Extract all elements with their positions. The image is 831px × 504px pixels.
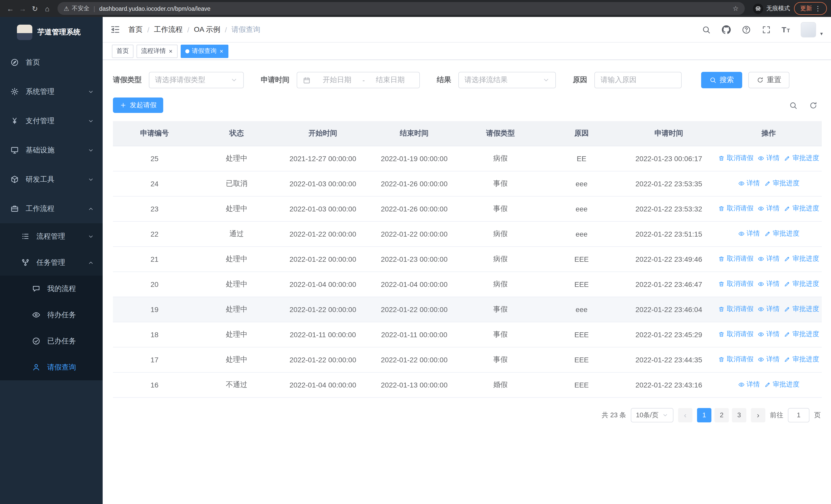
progress-link[interactable]: 审批进度	[784, 279, 819, 289]
url-text[interactable]: dashboard.yudao.iocoder.cn/bpm/oa/leave	[99, 5, 211, 11]
menu-fold-icon[interactable]	[110, 25, 120, 34]
column-header: 状态	[196, 121, 277, 146]
github-icon[interactable]	[721, 25, 730, 34]
action-label: 审批进度	[793, 154, 819, 163]
chevron-down-icon	[88, 118, 94, 124]
detail-link[interactable]: 详情	[738, 179, 760, 188]
cancel-link[interactable]: 取消请假	[718, 204, 753, 213]
progress-link[interactable]: 审批进度	[764, 179, 799, 188]
sidebar-item-devtools[interactable]: 研发工具	[0, 165, 103, 194]
apply-time-range-picker[interactable]: 开始日期 - 结束日期	[297, 72, 420, 88]
create-leave-button[interactable]: 发起请假	[113, 97, 163, 113]
cancel-link[interactable]: 取消请假	[718, 355, 753, 364]
browser-forward-icon[interactable]: →	[17, 2, 29, 14]
browser-home-icon[interactable]: ⌂	[41, 2, 53, 14]
active-tab-dot	[185, 49, 190, 53]
cell-reason: eee	[541, 221, 622, 246]
progress-link[interactable]: 审批进度	[784, 355, 819, 364]
cell-status: 通过	[196, 221, 277, 246]
leave-type-select[interactable]: 请选择请假类型	[149, 72, 244, 88]
fullscreen-icon[interactable]	[762, 25, 771, 34]
cell-end: 2022-01-26 00:00:00	[369, 196, 460, 221]
chevron-down-icon	[662, 412, 668, 418]
progress-link[interactable]: 审批进度	[784, 204, 819, 213]
sidebar-item-my-process[interactable]: 我的流程	[0, 276, 103, 302]
next-page-button[interactable]: ›	[751, 408, 765, 422]
page-button-1[interactable]: 1	[697, 408, 711, 422]
progress-link[interactable]: 审批进度	[784, 330, 819, 339]
address-bar[interactable]: ⚠ 不安全 | dashboard.yudao.iocoder.cn/bpm/o…	[57, 2, 745, 15]
cell-actions: 详情审批进度	[716, 171, 822, 196]
sidebar-item-done-tasks[interactable]: 已办任务	[0, 328, 103, 354]
detail-link[interactable]: 详情	[757, 305, 780, 314]
browser-reload-icon[interactable]: ↻	[29, 2, 41, 14]
sidebar-item-home[interactable]: 首页	[0, 48, 103, 77]
cancel-link[interactable]: 取消请假	[718, 279, 753, 289]
detail-link[interactable]: 详情	[738, 380, 760, 389]
sidebar-item-task-mgmt[interactable]: 任务管理	[0, 249, 103, 276]
detail-link[interactable]: 详情	[757, 330, 780, 339]
address-divider: |	[94, 5, 95, 11]
tab-home[interactable]: 首页	[112, 45, 134, 58]
page-button-2[interactable]: 2	[715, 408, 729, 422]
browser-menu-icon[interactable]: ⋮	[812, 5, 824, 12]
breadcrumb-item[interactable]: OA 示例	[194, 25, 221, 34]
sidebar-item-system[interactable]: 系统管理	[0, 77, 103, 106]
cancel-link[interactable]: 取消请假	[718, 254, 753, 264]
detail-link[interactable]: 详情	[757, 254, 780, 264]
cancel-link[interactable]: 取消请假	[718, 305, 753, 314]
app-title: 芋道管理系统	[37, 28, 81, 37]
help-icon[interactable]	[741, 25, 751, 34]
search-button[interactable]: 搜索	[701, 72, 742, 88]
sidebar-item-workflow[interactable]: 工作流程	[0, 194, 103, 223]
goto-page-input[interactable]: 1	[788, 408, 809, 422]
page-button-3[interactable]: 3	[732, 408, 746, 422]
detail-link[interactable]: 详情	[738, 229, 760, 238]
reason-input[interactable]: 请输入原因	[594, 72, 682, 88]
cancel-link[interactable]: 取消请假	[718, 330, 753, 339]
sidebar-item-todo-tasks[interactable]: 待办任务	[0, 302, 103, 328]
cancel-link[interactable]: 取消请假	[718, 154, 753, 163]
trash-icon	[718, 356, 725, 363]
font-size-small: T	[787, 27, 790, 33]
browser-update-button[interactable]: 更新 ⋮	[794, 2, 827, 15]
user-avatar[interactable]	[801, 22, 816, 37]
progress-link[interactable]: 审批进度	[784, 254, 819, 264]
detail-link[interactable]: 详情	[757, 154, 780, 163]
header-search-icon[interactable]	[701, 25, 711, 34]
browser-back-icon[interactable]: ←	[4, 2, 17, 14]
breadcrumb-item[interactable]: 首页	[128, 25, 143, 34]
tab-leave-query[interactable]: 请假查询×	[181, 45, 228, 58]
prev-page-button[interactable]: ‹	[678, 408, 692, 422]
table-refresh-icon[interactable]	[809, 101, 818, 110]
filter-apply-time: 申请时间 开始日期 - 结束日期	[261, 72, 420, 88]
sidebar-item-process-mgmt[interactable]: 流程管理	[0, 223, 103, 249]
font-size-icon[interactable]: TT	[781, 25, 790, 34]
breadcrumb-item[interactable]: 工作流程	[154, 25, 183, 34]
detail-link[interactable]: 详情	[757, 355, 780, 364]
cell-applied: 2022-01-22 23:45:29	[622, 322, 716, 347]
sidebar-item-infra[interactable]: 基础设施	[0, 136, 103, 165]
tab-close-icon[interactable]: ×	[168, 48, 173, 54]
sidebar-item-payment[interactable]: 支付管理	[0, 106, 103, 136]
progress-link[interactable]: 审批进度	[784, 154, 819, 163]
detail-link[interactable]: 详情	[757, 204, 780, 213]
progress-link[interactable]: 审批进度	[764, 229, 799, 238]
detail-link[interactable]: 详情	[757, 279, 780, 289]
navbar-actions: TT ▾	[701, 22, 831, 37]
progress-link[interactable]: 审批进度	[784, 305, 819, 314]
security-warning-label[interactable]: 不安全	[72, 5, 90, 12]
progress-link[interactable]: 审批进度	[764, 380, 799, 389]
avatar-caret-icon[interactable]: ▾	[820, 31, 823, 37]
sidebar-item-leave-query[interactable]: 请假查询	[0, 354, 103, 380]
edit-icon	[764, 180, 771, 187]
toggle-search-icon[interactable]	[789, 101, 798, 110]
tab-close-icon[interactable]: ×	[219, 48, 224, 54]
action-label: 详情	[766, 204, 780, 213]
reset-button[interactable]: 重置	[748, 72, 790, 88]
page-size-select[interactable]: 10条/页	[631, 408, 674, 422]
result-select[interactable]: 请选择流结果	[458, 72, 556, 88]
bookmark-star-icon[interactable]: ☆	[733, 5, 739, 12]
chevron-down-icon	[88, 233, 94, 239]
tab-process-detail[interactable]: 流程详情×	[137, 45, 178, 58]
